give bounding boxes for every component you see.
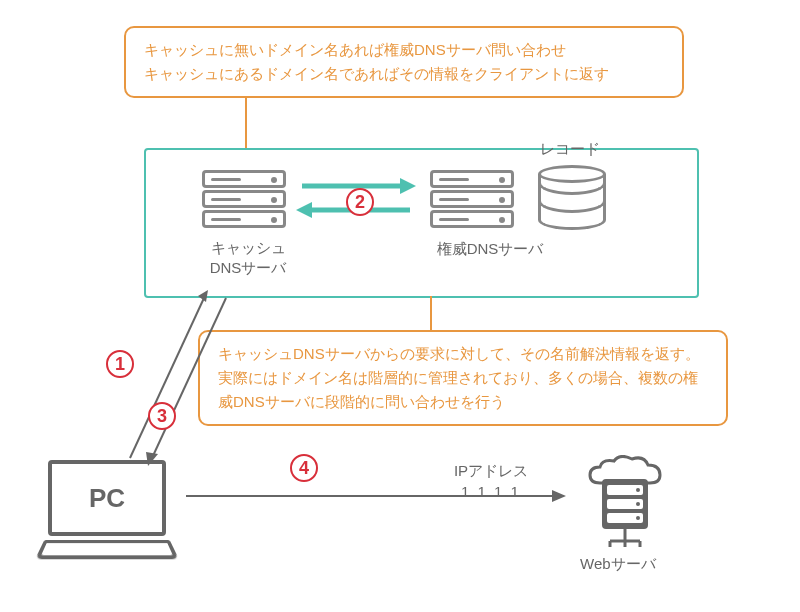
step-2-badge: 2 bbox=[346, 188, 374, 216]
auth-dns-server-icon bbox=[430, 170, 514, 230]
svg-line-4 bbox=[130, 298, 204, 458]
record-label: レコード bbox=[540, 140, 600, 159]
cache-dns-server-icon bbox=[202, 170, 286, 230]
database-icon bbox=[538, 165, 606, 233]
cache-dns-server-label: キャッシュ DNSサーバ bbox=[198, 238, 298, 277]
auth-dns-server-label: 権威DNSサーバ bbox=[420, 240, 560, 259]
svg-marker-1 bbox=[400, 178, 416, 194]
step-1-badge: 1 bbox=[106, 350, 134, 378]
callout-connector-top bbox=[245, 98, 247, 148]
step-3-badge: 3 bbox=[148, 402, 176, 430]
web-server-label: Webサーバ bbox=[580, 555, 656, 574]
callout-connector-mid bbox=[430, 296, 432, 330]
callout-text: キャッシュDNSサーバからの要求に対して、その名前解決情報を返す。実際にはドメイ… bbox=[218, 345, 700, 410]
ip-title: IPアドレス bbox=[454, 462, 528, 479]
svg-marker-9 bbox=[552, 490, 566, 502]
step-4-badge: 4 bbox=[290, 454, 318, 482]
callout-cache-behavior: キャッシュに無いドメイン名あれば権威DNSサーバ問い合わせ キャッシュにあるドメ… bbox=[124, 26, 684, 98]
callout-text: キャッシュに無いドメイン名あれば権威DNSサーバ問い合わせ キャッシュにあるドメ… bbox=[144, 41, 609, 82]
svg-marker-3 bbox=[296, 202, 312, 218]
pc-label: PC bbox=[89, 483, 125, 514]
pc-cache-arrows bbox=[110, 290, 230, 470]
callout-auth-behavior: キャッシュDNSサーバからの要求に対して、その名前解決情報を返す。実際にはドメイ… bbox=[198, 330, 728, 426]
pc-icon: PC bbox=[48, 460, 178, 560]
svg-point-15 bbox=[636, 502, 640, 506]
ip-address-label: IPアドレス 1.1.1.1 bbox=[436, 460, 546, 502]
svg-point-14 bbox=[636, 488, 640, 492]
web-server-icon bbox=[580, 455, 670, 559]
svg-line-6 bbox=[152, 298, 226, 458]
svg-point-16 bbox=[636, 516, 640, 520]
ip-value: 1.1.1.1 bbox=[461, 483, 521, 500]
